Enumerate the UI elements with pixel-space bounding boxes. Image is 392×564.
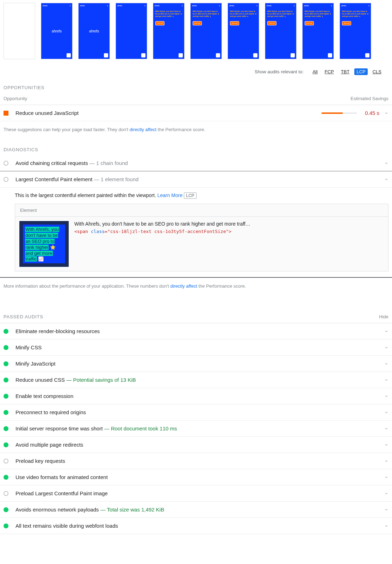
diagnostic-row[interactable]: Largest Contentful Paint element — 1 ele… xyxy=(0,171,392,188)
chevron-down-icon xyxy=(384,524,388,528)
chevron-down-icon xyxy=(384,111,388,115)
filmstrip: ahrefs≡ahrefsahrefs≡ahrefsahrefs≡ahrefs≡… xyxy=(0,0,392,66)
passed-audit-row[interactable]: Initial server response time was short —… xyxy=(0,421,392,437)
frame-logo: ahrefs xyxy=(89,29,99,33)
filmstrip-frame[interactable]: ahrefs≡ xyxy=(116,3,147,59)
passed-title: PASSED AUDITS xyxy=(4,314,43,319)
note-text: These suggestions can help your page loa… xyxy=(4,127,130,132)
filter-fcp[interactable]: FCP xyxy=(323,68,336,75)
chevron-down-icon xyxy=(384,362,388,366)
chevron-down-icon xyxy=(384,459,388,463)
frame-badge xyxy=(328,53,332,57)
chevron-down-icon xyxy=(384,378,388,382)
indicator-icon xyxy=(4,459,8,464)
opportunity-row[interactable]: Reduce unused JavaScript 0.45 s xyxy=(0,105,392,121)
filmstrip-frame[interactable]: ahrefs≡ahrefs xyxy=(41,3,73,59)
indicator-icon xyxy=(4,345,8,350)
diagnostic-row[interactable]: Avoid chaining critical requests — 1 cha… xyxy=(0,155,392,171)
filmstrip-frame[interactable]: ahrefs≡ahrefs xyxy=(78,3,110,59)
filmstrip-frame[interactable]: ahrefs≡With Ahrefs, you don't have to be… xyxy=(190,3,222,59)
indicator-icon xyxy=(4,475,8,480)
filmstrip-frame[interactable]: ahrefs≡With Ahrefs, you don't have to be… xyxy=(153,3,185,59)
savings-bar xyxy=(322,112,357,114)
filmstrip-frame[interactable]: ahrefs≡With Ahrefs, you don't have to be… xyxy=(228,3,259,59)
frame-header: ahrefs≡ xyxy=(267,5,295,7)
filter-cls[interactable]: CLS xyxy=(371,68,384,75)
frame-badge xyxy=(216,53,220,57)
audit-title: Preload Largest Contentful Paint image xyxy=(15,490,384,496)
frame-badge xyxy=(365,53,369,57)
audit-title: Avoid multiple page redirects xyxy=(15,442,384,448)
audit-title: Enable text compression xyxy=(15,393,384,399)
audit-title: Preconnect to required origins xyxy=(15,409,384,415)
col-savings: Estimated Savings xyxy=(350,96,388,101)
audit-title: Use video formats for animated content xyxy=(15,474,384,480)
audit-title: All text remains visible during webfont … xyxy=(15,523,384,529)
chevron-down-icon xyxy=(384,161,388,165)
learn-more-link[interactable]: Learn More xyxy=(157,192,183,198)
filter-label: Show audits relevant to: xyxy=(255,69,304,74)
chevron-down-icon xyxy=(384,508,388,512)
indicator-icon xyxy=(4,378,8,382)
passed-audit-row[interactable]: Avoid multiple page redirects xyxy=(0,437,392,453)
frame-content: With Ahrefs, you don't have to be an SEO… xyxy=(153,3,184,27)
audit-title: Preload key requests xyxy=(15,458,384,464)
passed-audit-row[interactable]: All text remains visible during webfont … xyxy=(0,518,392,534)
frame-badge xyxy=(141,53,145,57)
frame-header: ahrefs≡ xyxy=(80,5,108,7)
indicator-icon xyxy=(4,491,8,496)
chevron-down-icon xyxy=(384,491,388,496)
frame-content: With Ahrefs, you don't have to be an SEO… xyxy=(340,3,371,27)
passed-audit-row[interactable]: Minify CSS xyxy=(0,339,392,356)
frame-badge xyxy=(104,53,108,57)
directly-affect-link[interactable]: directly affect xyxy=(130,127,156,132)
audit-title: Eliminate render-blocking resources xyxy=(15,328,384,334)
element-text: With Ahrefs, you don't have to be an SEO… xyxy=(74,221,250,227)
element-box: Element With Ahrefs, youdon't have to be… xyxy=(15,204,388,271)
chevron-up-icon xyxy=(384,177,388,182)
audit-title: Avoids enormous network payloads — Total… xyxy=(15,507,384,513)
frame-badge xyxy=(67,53,71,57)
filmstrip-frame[interactable]: ahrefs≡With Ahrefs, you don't have to be… xyxy=(302,3,334,59)
frame-header: ahrefs≡ xyxy=(341,5,369,7)
audit-title: Initial server response time was short —… xyxy=(15,425,384,431)
note-text: the Performance score. xyxy=(197,283,246,289)
passed-audit-row[interactable]: Preconnect to required origins xyxy=(0,404,392,421)
audit-title: Reduce unused JavaScript xyxy=(15,110,322,116)
passed-audit-row[interactable]: Preload key requests xyxy=(0,453,392,469)
filter-tbt[interactable]: TBT xyxy=(339,68,352,75)
indicator-icon xyxy=(4,523,8,528)
filter-all[interactable]: All xyxy=(310,68,319,75)
savings-text: 0.45 s xyxy=(362,110,379,116)
directly-affect-link[interactable]: directly affect xyxy=(170,283,197,289)
audit-title: Largest Contentful Paint element — 1 ele… xyxy=(15,176,384,182)
passed-audits-header: PASSED AUDITS Hide xyxy=(0,297,392,323)
chevron-down-icon xyxy=(384,475,388,479)
passed-audit-row[interactable]: Enable text compression xyxy=(0,388,392,404)
audit-title: Minify JavaScript xyxy=(15,361,384,367)
diagnostics-note: More information about the performance o… xyxy=(0,278,392,297)
passed-audit-row[interactable]: Reduce unused CSS — Potential savings of… xyxy=(0,372,392,388)
frame-header: ahrefs≡ xyxy=(304,5,332,7)
opportunities-columns: Opportunity Estimated Savings xyxy=(0,93,392,105)
filmstrip-frame[interactable]: ahrefs≡With Ahrefs, you don't have to be… xyxy=(340,3,371,59)
indicator-icon xyxy=(4,507,8,512)
passed-audit-row[interactable]: Avoids enormous network payloads — Total… xyxy=(0,502,392,518)
audit-title: Minify CSS xyxy=(15,344,384,350)
passed-audit-row[interactable]: Preload Largest Contentful Paint image xyxy=(0,485,392,502)
audit-title: Avoid chaining critical requests — 1 cha… xyxy=(15,160,384,166)
passed-audit-row[interactable]: Minify JavaScript xyxy=(0,356,392,372)
frame-header: ahrefs≡ xyxy=(43,5,71,7)
element-thumbnail: With Ahrefs, youdon't have to bean SEO p… xyxy=(19,221,69,267)
filmstrip-frame[interactable] xyxy=(4,3,35,59)
indicator-icon xyxy=(4,410,8,415)
passed-audit-row[interactable]: Use video formats for animated content xyxy=(0,469,392,485)
frame-header: ahrefs≡ xyxy=(192,5,220,7)
passed-audit-row[interactable]: Eliminate render-blocking resources xyxy=(0,323,392,339)
chevron-down-icon xyxy=(384,443,388,447)
frame-content: With Ahrefs, you don't have to be an SEO… xyxy=(191,3,222,27)
chevron-down-icon xyxy=(384,345,388,350)
hide-button[interactable]: Hide xyxy=(379,314,388,319)
filmstrip-frame[interactable]: ahrefs≡With Ahrefs, you don't have to be… xyxy=(265,3,297,59)
filter-lcp[interactable]: LCP xyxy=(354,68,367,75)
